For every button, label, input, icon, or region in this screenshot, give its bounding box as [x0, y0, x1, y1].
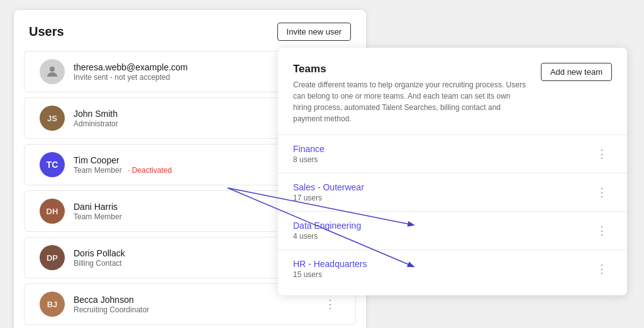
user-info: Becca Johnson Recruiting Coordinator: [74, 295, 321, 314]
avatar: TC: [40, 152, 65, 177]
team-user-count: 8 users: [293, 155, 592, 164]
user-name: Becca Johnson: [74, 295, 321, 305]
avatar: BJ: [40, 292, 65, 317]
teams-description: Create different teams to help organize …: [293, 79, 528, 124]
avatar: DH: [40, 199, 65, 224]
user-options-button[interactable]: ⋮: [321, 297, 340, 311]
team-name[interactable]: Finance: [293, 144, 592, 154]
team-row: Sales - Outerwear 17 users ⋮: [278, 173, 627, 211]
team-info: HR - Headquarters 15 users: [293, 259, 592, 279]
avatar: JS: [40, 106, 65, 131]
team-name[interactable]: Sales - Outerwear: [293, 182, 592, 192]
team-info: Data Engineering 4 users: [293, 221, 592, 241]
team-row: HR - Headquarters 15 users ⋮: [278, 249, 627, 288]
avatar: DP: [40, 245, 65, 270]
team-options-button[interactable]: ⋮: [592, 224, 612, 238]
team-row: Data Engineering 4 users ⋮: [278, 211, 627, 249]
users-title: Users: [29, 25, 64, 39]
teams-title-block: Teams Create different teams to help org…: [293, 63, 528, 124]
team-user-count: 15 users: [293, 270, 592, 279]
add-new-team-button[interactable]: Add new team: [541, 63, 612, 81]
team-options-button[interactable]: ⋮: [592, 262, 612, 276]
team-name[interactable]: Data Engineering: [293, 221, 592, 231]
invite-new-user-button[interactable]: Invite new user: [277, 23, 351, 41]
teams-panel: Teams Create different teams to help org…: [278, 48, 627, 295]
deactivated-badge: · Deactivated: [128, 166, 172, 175]
team-user-count: 17 users: [293, 194, 592, 202]
team-user-count: 4 users: [293, 232, 592, 241]
team-info: Sales - Outerwear 17 users: [293, 182, 592, 202]
team-row: Finance 8 users ⋮: [278, 134, 627, 173]
users-header: Users Invite new user: [14, 23, 366, 51]
teams-list: Finance 8 users ⋮ Sales - Outerwear 17 u…: [278, 134, 627, 288]
team-name[interactable]: HR - Headquarters: [293, 259, 592, 269]
team-options-button[interactable]: ⋮: [592, 147, 612, 161]
team-options-button[interactable]: ⋮: [592, 185, 612, 199]
svg-point-0: [50, 67, 55, 72]
avatar: [40, 59, 65, 84]
team-info: Finance 8 users: [293, 144, 592, 164]
teams-title: Teams: [293, 63, 528, 75]
teams-header: Teams Create different teams to help org…: [278, 63, 627, 134]
user-role: Recruiting Coordinator: [74, 305, 321, 314]
